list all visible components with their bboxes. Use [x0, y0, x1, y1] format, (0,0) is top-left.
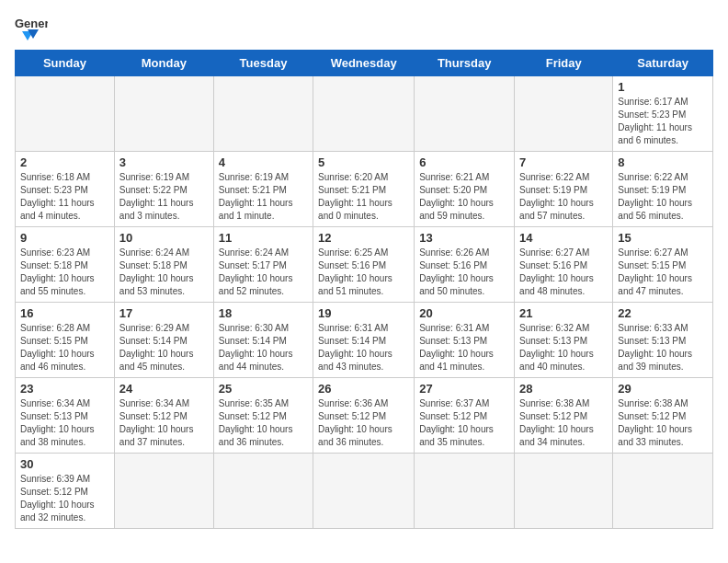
day-info: Sunrise: 6:22 AM Sunset: 5:19 PM Dayligh… [519, 171, 608, 223]
weekday-header-saturday: Saturday [613, 51, 713, 76]
calendar-cell [313, 76, 415, 152]
day-number: 9 [20, 231, 109, 245]
day-info: Sunrise: 6:33 AM Sunset: 5:13 PM Dayligh… [618, 322, 708, 373]
day-info: Sunrise: 6:23 AM Sunset: 5:18 PM Dayligh… [20, 247, 109, 298]
calendar-table: SundayMondayTuesdayWednesdayThursdayFrid… [15, 50, 713, 529]
day-number: 13 [419, 231, 509, 245]
day-number: 14 [519, 231, 608, 245]
day-info: Sunrise: 6:34 AM Sunset: 5:13 PM Dayligh… [20, 397, 109, 449]
day-info: Sunrise: 6:20 AM Sunset: 5:21 PM Dayligh… [318, 171, 409, 223]
day-number: 16 [20, 306, 109, 320]
day-number: 17 [119, 306, 209, 320]
calendar-cell: 7Sunrise: 6:22 AM Sunset: 5:19 PM Daylig… [515, 152, 613, 227]
day-info: Sunrise: 6:27 AM Sunset: 5:16 PM Dayligh… [519, 247, 608, 298]
calendar-cell: 26Sunrise: 6:36 AM Sunset: 5:12 PM Dayli… [313, 378, 415, 454]
day-info: Sunrise: 6:19 AM Sunset: 5:22 PM Dayligh… [119, 171, 209, 223]
calendar-cell [114, 454, 213, 529]
day-number: 20 [419, 306, 509, 320]
day-number: 6 [419, 155, 509, 169]
weekday-header-sunday: Sunday [16, 51, 115, 76]
day-number: 24 [119, 382, 209, 396]
calendar-cell: 27Sunrise: 6:37 AM Sunset: 5:12 PM Dayli… [415, 378, 515, 454]
day-info: Sunrise: 6:35 AM Sunset: 5:12 PM Dayligh… [219, 397, 308, 449]
weekday-header-row: SundayMondayTuesdayWednesdayThursdayFrid… [16, 51, 713, 76]
calendar-cell [114, 76, 213, 152]
page-header: General [15, 15, 713, 40]
week-row-6: 30Sunrise: 6:39 AM Sunset: 5:12 PM Dayli… [16, 454, 713, 529]
day-number: 1 [618, 80, 708, 94]
day-info: Sunrise: 6:30 AM Sunset: 5:14 PM Dayligh… [219, 322, 308, 373]
day-number: 28 [519, 382, 608, 396]
day-info: Sunrise: 6:28 AM Sunset: 5:15 PM Dayligh… [20, 322, 109, 373]
day-number: 4 [219, 155, 308, 169]
weekday-header-tuesday: Tuesday [213, 51, 313, 76]
day-number: 23 [20, 382, 109, 396]
calendar-cell [16, 76, 115, 152]
calendar-cell [415, 76, 515, 152]
day-info: Sunrise: 6:31 AM Sunset: 5:14 PM Dayligh… [318, 322, 409, 373]
day-info: Sunrise: 6:27 AM Sunset: 5:15 PM Dayligh… [618, 247, 708, 298]
calendar-cell: 4Sunrise: 6:19 AM Sunset: 5:21 PM Daylig… [213, 152, 313, 227]
day-number: 12 [318, 231, 409, 245]
day-info: Sunrise: 6:32 AM Sunset: 5:13 PM Dayligh… [519, 322, 608, 373]
weekday-header-wednesday: Wednesday [313, 51, 415, 76]
day-info: Sunrise: 6:18 AM Sunset: 5:23 PM Dayligh… [20, 171, 109, 223]
day-number: 3 [119, 155, 209, 169]
calendar-cell [515, 454, 613, 529]
day-number: 10 [119, 231, 209, 245]
calendar-cell: 20Sunrise: 6:31 AM Sunset: 5:13 PM Dayli… [415, 303, 515, 378]
day-info: Sunrise: 6:17 AM Sunset: 5:23 PM Dayligh… [618, 96, 708, 147]
calendar-cell [613, 454, 713, 529]
day-info: Sunrise: 6:39 AM Sunset: 5:12 PM Dayligh… [20, 473, 109, 524]
day-info: Sunrise: 6:21 AM Sunset: 5:20 PM Dayligh… [419, 171, 509, 223]
week-row-4: 16Sunrise: 6:28 AM Sunset: 5:15 PM Dayli… [16, 303, 713, 378]
day-info: Sunrise: 6:24 AM Sunset: 5:17 PM Dayligh… [219, 247, 308, 298]
day-info: Sunrise: 6:31 AM Sunset: 5:13 PM Dayligh… [419, 322, 509, 373]
calendar-cell: 3Sunrise: 6:19 AM Sunset: 5:22 PM Daylig… [114, 152, 213, 227]
day-number: 22 [618, 306, 708, 320]
calendar-cell: 10Sunrise: 6:24 AM Sunset: 5:18 PM Dayli… [114, 227, 213, 303]
day-number: 18 [219, 306, 308, 320]
calendar-cell: 5Sunrise: 6:20 AM Sunset: 5:21 PM Daylig… [313, 152, 415, 227]
logo-icon: General [15, 15, 48, 40]
weekday-header-friday: Friday [515, 51, 613, 76]
day-number: 27 [419, 382, 509, 396]
calendar-cell: 15Sunrise: 6:27 AM Sunset: 5:15 PM Dayli… [613, 227, 713, 303]
day-number: 7 [519, 155, 608, 169]
calendar-cell: 2Sunrise: 6:18 AM Sunset: 5:23 PM Daylig… [16, 152, 115, 227]
calendar-cell: 23Sunrise: 6:34 AM Sunset: 5:13 PM Dayli… [16, 378, 115, 454]
day-number: 19 [318, 306, 409, 320]
calendar-cell [313, 454, 415, 529]
day-info: Sunrise: 6:25 AM Sunset: 5:16 PM Dayligh… [318, 247, 409, 298]
day-number: 2 [20, 155, 109, 169]
day-number: 26 [318, 382, 409, 396]
calendar-cell: 13Sunrise: 6:26 AM Sunset: 5:16 PM Dayli… [415, 227, 515, 303]
calendar-cell: 8Sunrise: 6:22 AM Sunset: 5:19 PM Daylig… [613, 152, 713, 227]
calendar-cell: 11Sunrise: 6:24 AM Sunset: 5:17 PM Dayli… [213, 227, 313, 303]
calendar-cell [515, 76, 613, 152]
calendar-cell: 22Sunrise: 6:33 AM Sunset: 5:13 PM Dayli… [613, 303, 713, 378]
day-number: 29 [618, 382, 708, 396]
day-info: Sunrise: 6:37 AM Sunset: 5:12 PM Dayligh… [419, 397, 509, 449]
calendar-cell: 24Sunrise: 6:34 AM Sunset: 5:12 PM Dayli… [114, 378, 213, 454]
day-info: Sunrise: 6:29 AM Sunset: 5:14 PM Dayligh… [119, 322, 209, 373]
calendar-cell: 1Sunrise: 6:17 AM Sunset: 5:23 PM Daylig… [613, 76, 713, 152]
calendar-cell: 16Sunrise: 6:28 AM Sunset: 5:15 PM Dayli… [16, 303, 115, 378]
calendar-cell: 19Sunrise: 6:31 AM Sunset: 5:14 PM Dayli… [313, 303, 415, 378]
calendar-cell: 29Sunrise: 6:38 AM Sunset: 5:12 PM Dayli… [613, 378, 713, 454]
day-info: Sunrise: 6:22 AM Sunset: 5:19 PM Dayligh… [618, 171, 708, 223]
day-info: Sunrise: 6:19 AM Sunset: 5:21 PM Dayligh… [219, 171, 308, 223]
calendar-cell [415, 454, 515, 529]
day-info: Sunrise: 6:34 AM Sunset: 5:12 PM Dayligh… [119, 397, 209, 449]
day-number: 25 [219, 382, 308, 396]
day-number: 15 [618, 231, 708, 245]
day-info: Sunrise: 6:24 AM Sunset: 5:18 PM Dayligh… [119, 247, 209, 298]
day-info: Sunrise: 6:38 AM Sunset: 5:12 PM Dayligh… [519, 397, 608, 449]
day-info: Sunrise: 6:26 AM Sunset: 5:16 PM Dayligh… [419, 247, 509, 298]
logo: General [15, 15, 51, 40]
day-number: 21 [519, 306, 608, 320]
week-row-5: 23Sunrise: 6:34 AM Sunset: 5:13 PM Dayli… [16, 378, 713, 454]
calendar-cell: 12Sunrise: 6:25 AM Sunset: 5:16 PM Dayli… [313, 227, 415, 303]
calendar-cell: 18Sunrise: 6:30 AM Sunset: 5:14 PM Dayli… [213, 303, 313, 378]
weekday-header-thursday: Thursday [415, 51, 515, 76]
